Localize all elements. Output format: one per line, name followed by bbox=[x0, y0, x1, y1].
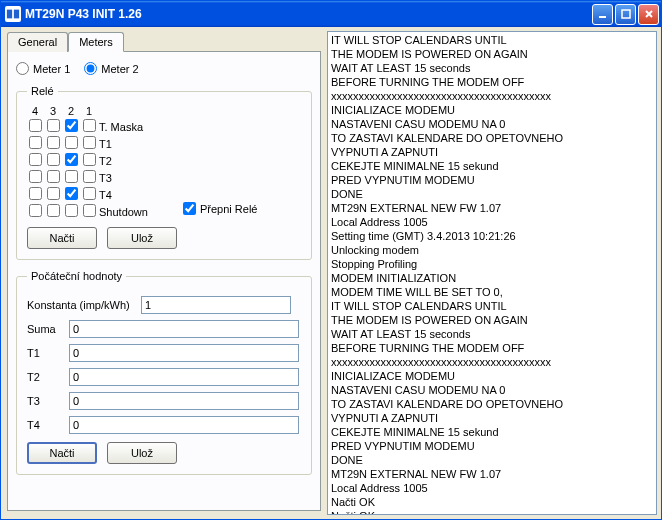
log-line[interactable]: VYPNUTI A ZAPNUTI bbox=[331, 145, 653, 159]
rele-check-r2-c1[interactable] bbox=[47, 153, 60, 166]
radio-meter2-label: Meter 2 bbox=[101, 63, 138, 75]
rele-legend: Relé bbox=[27, 85, 58, 97]
log-line[interactable]: IT WILL STOP CALENDARS UNTIL bbox=[331, 33, 653, 47]
log-line[interactable]: CEKEJTE MINIMALNE 15 sekund bbox=[331, 425, 653, 439]
rele-check-r3-c1[interactable] bbox=[47, 170, 60, 183]
rele-row-label-4: T4 bbox=[99, 189, 169, 201]
client-area: General Meters Meter 1 Meter 2 Relé bbox=[1, 27, 661, 519]
rele-check-r3-c2[interactable] bbox=[65, 170, 78, 183]
log-line[interactable]: MT29N EXTERNAL NEW FW 1.07 bbox=[331, 201, 653, 215]
window-title: MT29N P43 INIT 1.26 bbox=[25, 7, 592, 21]
log-line[interactable]: WAIT AT LEAST 15 seconds bbox=[331, 61, 653, 75]
log-line[interactable]: INICIALIZACE MODEMU bbox=[331, 369, 653, 383]
minimize-button[interactable] bbox=[592, 4, 613, 25]
rele-check-r1-c3[interactable] bbox=[83, 136, 96, 149]
log-line[interactable]: MODEM INITIALIZATION bbox=[331, 271, 653, 285]
tab-body-meters: Meter 1 Meter 2 Relé 4321T. MaskaT1T2T3T… bbox=[7, 51, 321, 511]
tab-general[interactable]: General bbox=[7, 32, 68, 52]
log-line[interactable]: IT WILL STOP CALENDARS UNTIL bbox=[331, 299, 653, 313]
rele-check-r3-c3[interactable] bbox=[83, 170, 96, 183]
prepni-rele[interactable]: Přepni Relé bbox=[183, 202, 257, 215]
log-line[interactable]: INICIALIZACE MODEMU bbox=[331, 103, 653, 117]
rele-check-r0-c0[interactable] bbox=[29, 119, 42, 132]
radio-meter1-input[interactable] bbox=[16, 62, 29, 75]
log-line[interactable]: TO ZASTAVI KALENDARE DO OPETOVNEHO bbox=[331, 131, 653, 145]
tab-meters[interactable]: Meters bbox=[68, 32, 124, 52]
rele-col-1: 1 bbox=[81, 105, 97, 117]
log-line[interactable]: xxxxxxxxxxxxxxxxxxxxxxxxxxxxxxxxxxxxxxxx bbox=[331, 355, 653, 369]
log-line[interactable]: MODEM TIME WILL BE SET TO 0, bbox=[331, 285, 653, 299]
radio-meter1-label: Meter 1 bbox=[33, 63, 70, 75]
rele-save-button[interactable]: Ulož bbox=[107, 227, 177, 249]
log-panel[interactable]: IT WILL STOP CALENDARS UNTILTHE MODEM IS… bbox=[327, 31, 657, 515]
init-load-button[interactable]: Načti bbox=[27, 442, 97, 464]
rele-load-button[interactable]: Načti bbox=[27, 227, 97, 249]
rele-check-r2-c2[interactable] bbox=[65, 153, 78, 166]
t3-input[interactable] bbox=[69, 392, 299, 410]
konstanta-label: Konstanta (imp/kWh) bbox=[27, 299, 135, 311]
rele-check-r1-c1[interactable] bbox=[47, 136, 60, 149]
rele-check-r1-c0[interactable] bbox=[29, 136, 42, 149]
log-line[interactable]: Local Address 1005 bbox=[331, 215, 653, 229]
rele-check-r4-c3[interactable] bbox=[83, 187, 96, 200]
log-line[interactable]: CEKEJTE MINIMALNE 15 sekund bbox=[331, 159, 653, 173]
log-line[interactable]: THE MODEM IS POWERED ON AGAIN bbox=[331, 313, 653, 327]
log-line[interactable]: PRED VYPNUTIM MODEMU bbox=[331, 173, 653, 187]
rele-check-r4-c0[interactable] bbox=[29, 187, 42, 200]
konstanta-input[interactable] bbox=[141, 296, 291, 314]
log-line[interactable]: NASTAVENI CASU MODEMU NA 0 bbox=[331, 117, 653, 131]
radio-meter2[interactable]: Meter 2 bbox=[84, 62, 138, 75]
log-line[interactable]: MT29N EXTERNAL NEW FW 1.07 bbox=[331, 467, 653, 481]
prepni-rele-checkbox[interactable] bbox=[183, 202, 196, 215]
t1-input[interactable] bbox=[69, 344, 299, 362]
rele-check-r5-c2[interactable] bbox=[65, 204, 78, 217]
log-line[interactable]: PRED VYPNUTIM MODEMU bbox=[331, 439, 653, 453]
log-line[interactable]: Stopping Profiling bbox=[331, 257, 653, 271]
log-line[interactable]: BEFORE TURNING THE MODEM OFF bbox=[331, 75, 653, 89]
titlebar[interactable]: MT29N P43 INIT 1.26 bbox=[1, 1, 661, 27]
log-line[interactable]: TO ZASTAVI KALENDARE DO OPETOVNEHO bbox=[331, 397, 653, 411]
svg-rect-2 bbox=[599, 16, 606, 18]
svg-rect-0 bbox=[7, 10, 12, 19]
prepni-rele-label: Přepni Relé bbox=[200, 203, 257, 215]
rele-check-r2-c0[interactable] bbox=[29, 153, 42, 166]
log-line[interactable]: Načti OK bbox=[331, 495, 653, 509]
rele-check-r4-c2[interactable] bbox=[65, 187, 78, 200]
rele-check-r4-c1[interactable] bbox=[47, 187, 60, 200]
radio-meter2-input[interactable] bbox=[84, 62, 97, 75]
log-line[interactable]: BEFORE TURNING THE MODEM OFF bbox=[331, 341, 653, 355]
log-line[interactable]: THE MODEM IS POWERED ON AGAIN bbox=[331, 47, 653, 61]
rele-check-r0-c3[interactable] bbox=[83, 119, 96, 132]
t2-label: T2 bbox=[27, 371, 63, 383]
log-text[interactable]: IT WILL STOP CALENDARS UNTILTHE MODEM IS… bbox=[328, 32, 656, 514]
rele-check-r1-c2[interactable] bbox=[65, 136, 78, 149]
rele-check-r0-c2[interactable] bbox=[65, 119, 78, 132]
log-line[interactable]: NASTAVENI CASU MODEMU NA 0 bbox=[331, 383, 653, 397]
log-line[interactable]: xxxxxxxxxxxxxxxxxxxxxxxxxxxxxxxxxxxxxxxx bbox=[331, 89, 653, 103]
suma-label: Suma bbox=[27, 323, 63, 335]
rele-check-r2-c3[interactable] bbox=[83, 153, 96, 166]
log-line[interactable]: DONE bbox=[331, 453, 653, 467]
rele-check-r5-c3[interactable] bbox=[83, 204, 96, 217]
init-save-button[interactable]: Ulož bbox=[107, 442, 177, 464]
log-line[interactable]: Setting time (GMT) 3.4.2013 10:21:26 bbox=[331, 229, 653, 243]
log-line[interactable]: DONE bbox=[331, 187, 653, 201]
log-line[interactable]: Unlocking modem bbox=[331, 243, 653, 257]
log-line[interactable]: Local Address 1005 bbox=[331, 481, 653, 495]
log-line[interactable]: WAIT AT LEAST 15 seconds bbox=[331, 327, 653, 341]
left-panel: General Meters Meter 1 Meter 2 Relé bbox=[1, 27, 327, 519]
t2-input[interactable] bbox=[69, 368, 299, 386]
rele-check-r3-c0[interactable] bbox=[29, 170, 42, 183]
rele-row-label-2: T2 bbox=[99, 155, 169, 167]
suma-input[interactable] bbox=[69, 320, 299, 338]
t4-input[interactable] bbox=[69, 416, 299, 434]
rele-check-r5-c1[interactable] bbox=[47, 204, 60, 217]
radio-meter1[interactable]: Meter 1 bbox=[16, 62, 70, 75]
log-line[interactable]: Načti OK bbox=[331, 509, 653, 514]
maximize-button[interactable] bbox=[615, 4, 636, 25]
log-line[interactable]: VYPNUTI A ZAPNUTI bbox=[331, 411, 653, 425]
rele-row-label-0: T. Maska bbox=[99, 121, 169, 133]
close-button[interactable] bbox=[638, 4, 659, 25]
rele-check-r0-c1[interactable] bbox=[47, 119, 60, 132]
rele-check-r5-c0[interactable] bbox=[29, 204, 42, 217]
